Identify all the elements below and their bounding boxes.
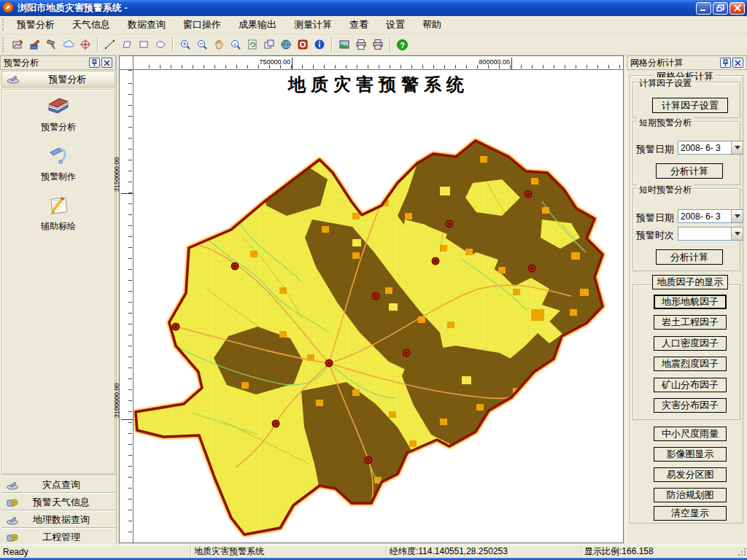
help-icon[interactable]: ? xyxy=(394,36,411,52)
nav-item-project-manage[interactable]: 工程管理 xyxy=(1,528,115,545)
menu-help[interactable]: 帮助 xyxy=(415,16,449,34)
city-marker-dot xyxy=(274,422,277,425)
nav-item-disaster-query[interactable]: 灾点查询 xyxy=(1,475,115,493)
draw-rectangle-icon[interactable] xyxy=(135,36,152,52)
pan-hand-icon[interactable] xyxy=(210,36,227,52)
menu-view[interactable]: 查看 xyxy=(342,16,376,34)
factor-terrain-button[interactable]: 地形地貌因子 xyxy=(654,295,727,309)
clear-display-button[interactable]: 清空显示 xyxy=(654,506,727,521)
close-button[interactable] xyxy=(729,2,745,15)
chevron-down-icon[interactable] xyxy=(731,210,743,222)
nav-item-aux-plot[interactable]: 辅助标绘 xyxy=(2,192,115,233)
toolbar-gripper[interactable] xyxy=(2,37,6,52)
city-marker-dot xyxy=(434,260,437,262)
city-marker-dot xyxy=(367,459,370,462)
short-time-analyze-button[interactable]: 分析计算 xyxy=(656,249,723,265)
menu-measure-calc[interactable]: 测量计算 xyxy=(287,16,339,34)
toolbar: ± ? xyxy=(0,34,747,55)
toolbar-separator xyxy=(172,37,173,52)
menu-gripper[interactable] xyxy=(2,19,6,31)
hammer-tool-icon[interactable] xyxy=(43,36,60,52)
pin-icon[interactable] xyxy=(89,58,100,68)
image-map-button[interactable]: 影像图显示 xyxy=(654,447,727,462)
factor-geotech-button[interactable]: 岩土工程因子 xyxy=(654,315,727,330)
nav-item-forecast-make[interactable]: 预警制作 xyxy=(2,142,115,183)
forecast-make-icon[interactable] xyxy=(26,36,43,52)
short-term-analyze-button[interactable]: 分析计算 xyxy=(656,163,723,179)
right-panel-title: 网格分析计算 xyxy=(630,57,719,69)
ruler-label-y1: 3150000.00 xyxy=(113,157,122,192)
ruler-label-x2: 800000.00 xyxy=(449,58,510,66)
minimize-button[interactable] xyxy=(696,2,711,15)
globe-icon[interactable] xyxy=(277,36,294,52)
menu-weather-info[interactable]: 天气信息 xyxy=(65,16,117,34)
statusbar: Ready 地质灾害预警系统 经纬度:114.140551,28.250253 … xyxy=(0,545,747,558)
menu-data-query[interactable]: 数据查询 xyxy=(120,16,173,34)
factor-seismic-button[interactable]: 地震烈度因子 xyxy=(654,357,727,371)
vertical-ruler: 3150000.00 3100000.00 xyxy=(119,70,133,543)
factor-mines-button[interactable]: 矿山分布因子 xyxy=(654,378,727,392)
nav-item-warning-weather[interactable]: 预警天气信息 xyxy=(1,493,115,510)
copy-layers-icon[interactable] xyxy=(260,36,277,52)
status-ready: Ready xyxy=(0,545,191,558)
menu-settings[interactable]: 设置 xyxy=(379,16,412,34)
svg-text:?: ? xyxy=(400,40,405,49)
zoom-extent-icon[interactable]: ± xyxy=(227,36,244,52)
status-system-name: 地质灾害预警系统 xyxy=(191,545,387,558)
locate-target-icon[interactable] xyxy=(77,36,93,52)
info-icon[interactable] xyxy=(311,36,328,52)
draw-polygon-icon[interactable] xyxy=(118,36,135,52)
chevron-down-icon[interactable] xyxy=(731,141,743,154)
app-icon xyxy=(2,1,14,15)
zoom-in-icon[interactable] xyxy=(177,36,193,52)
close-panel-icon[interactable] xyxy=(732,58,743,68)
short-time-date-combo[interactable]: 2008- 6- 3 xyxy=(678,209,743,223)
city-marker-dot xyxy=(374,295,377,298)
combo-value xyxy=(678,228,731,240)
image-display-icon[interactable] xyxy=(336,36,352,52)
cloud-tool-icon[interactable] xyxy=(60,36,77,52)
menubar: 预警分析 天气信息 数据查询 窗口操作 成果输出 测量计算 查看 设置 帮助 xyxy=(0,16,747,34)
factor-disaster-button[interactable]: 灾害分布因子 xyxy=(654,398,727,413)
pin-icon[interactable] xyxy=(720,58,731,68)
stop-icon[interactable] xyxy=(294,36,311,52)
factor-setting-button[interactable]: 计算因子设置 xyxy=(652,98,728,113)
left-panel-header[interactable]: 预警分析 xyxy=(1,71,115,88)
right-panel: 网格分析计算 网格分析计算 计算因子设置 计算因子设置 短期预警分析 预警日期 … xyxy=(626,55,747,545)
draw-line-icon[interactable] xyxy=(101,36,118,52)
short-term-date-combo[interactable]: 2008- 6- 3 xyxy=(678,141,743,155)
resize-grip[interactable] xyxy=(737,547,747,557)
city-marker-dot xyxy=(530,267,533,270)
toolbar-separator xyxy=(97,37,98,52)
print-setup-icon[interactable] xyxy=(369,36,386,52)
region-layers xyxy=(133,136,624,543)
svg-text:±: ± xyxy=(233,42,236,47)
pixel-grid xyxy=(133,136,624,543)
city-marker-dot xyxy=(405,351,408,354)
susceptibility-map-button[interactable]: 易发分区图 xyxy=(654,467,727,482)
city-marker-dot xyxy=(233,265,236,268)
menu-warning-analysis[interactable]: 预警分析 xyxy=(9,16,62,34)
right-panel-caption: 网格分析计算 xyxy=(627,55,747,70)
menu-result-output[interactable]: 成果输出 xyxy=(231,16,284,34)
prevention-plan-button[interactable]: 防治规划图 xyxy=(654,488,727,502)
combo-value: 2008- 6- 3 xyxy=(678,141,731,154)
rainfall-scale-button[interactable]: 中小尺度雨量 xyxy=(654,427,727,441)
nav-item-label: 辅助标绘 xyxy=(2,220,115,233)
menu-window-ops[interactable]: 窗口操作 xyxy=(176,16,228,34)
chevron-down-icon[interactable] xyxy=(731,228,743,240)
restore-button[interactable] xyxy=(713,2,728,15)
map-canvas[interactable]: 地质灾害预警系统 xyxy=(133,70,624,543)
nav-item-warning-analysis[interactable]: 预警分析 xyxy=(2,93,115,133)
close-panel-icon[interactable] xyxy=(101,58,112,68)
analysis-tool-icon[interactable] xyxy=(9,36,26,52)
map-area: 750000.00 800000.00 3150000.00 3100000.0… xyxy=(117,55,626,545)
draw-ellipse-icon[interactable] xyxy=(152,36,169,52)
refresh-view-icon[interactable] xyxy=(244,36,260,52)
print-icon[interactable] xyxy=(352,36,369,52)
zoom-out-icon[interactable] xyxy=(193,36,210,52)
factor-population-button[interactable]: 人口密度因子 xyxy=(654,336,727,351)
short-time-hour-combo[interactable] xyxy=(678,227,743,241)
nav-item-geo-data-query[interactable]: 地理数据查询 xyxy=(1,510,115,528)
gear-tool-icon xyxy=(6,496,19,509)
